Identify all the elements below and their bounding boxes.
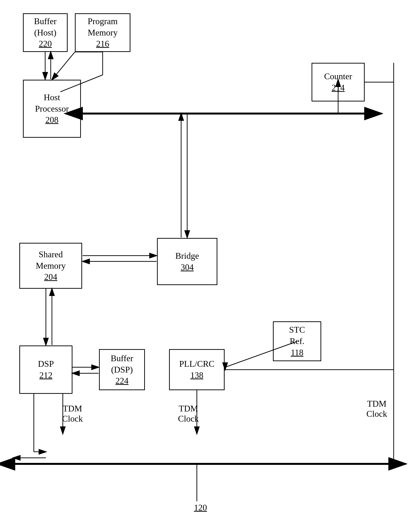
buffer-host-number: 220 [39,38,52,49]
bus-120-label: 120 [188,503,213,513]
buffer-host-box: Buffer(Host) 220 [23,13,68,52]
buffer-dsp-label: Buffer(DSP) [111,353,133,375]
stc-ref-box: STCRef. 118 [273,321,321,361]
pll-crc-label: PLL/CRC [179,358,215,370]
shared-memory-label: SharedMemory [36,249,66,272]
dsp-box: DSP 212 [19,346,73,394]
dsp-number: 212 [39,370,52,381]
stc-ref-number: 118 [291,347,304,358]
buffer-host-label: Buffer(Host) [34,16,56,38]
host-processor-number: 208 [45,114,58,126]
program-memory-label: ProgramMemory [88,16,118,38]
counter-label: Counter [324,71,352,82]
pll-crc-number: 138 [190,370,203,381]
program-memory-box: ProgramMemory 216 [75,13,131,52]
buffer-dsp-box: Buffer(DSP) 224 [99,349,145,390]
tdm-clock-dsp-label: TDMClock [53,403,92,424]
host-processor-label: HostProcessor [35,92,69,114]
counter-number: 214 [332,82,345,94]
stc-ref-label: STCRef. [289,324,305,347]
program-memory-number: 216 [96,38,109,49]
bus-120-number: 120 [194,503,207,512]
shared-memory-box: SharedMemory 204 [19,243,82,289]
buffer-dsp-number: 224 [115,375,129,386]
tdm-clock-right-label: TDMClock [357,399,396,419]
tdm-clock-pll-label: TDMClock [169,403,208,424]
bridge-label: Bridge [175,250,199,262]
svg-line-12 [52,52,75,80]
bridge-number: 304 [181,262,194,273]
shared-memory-number: 204 [44,271,57,283]
bridge-box: Bridge 304 [157,238,217,285]
dsp-label: DSP [38,358,54,370]
host-processor-box: HostProcessor 208 [23,80,81,138]
counter-box: Counter 214 [312,63,365,102]
pll-crc-box: PLL/CRC 138 [169,349,225,390]
